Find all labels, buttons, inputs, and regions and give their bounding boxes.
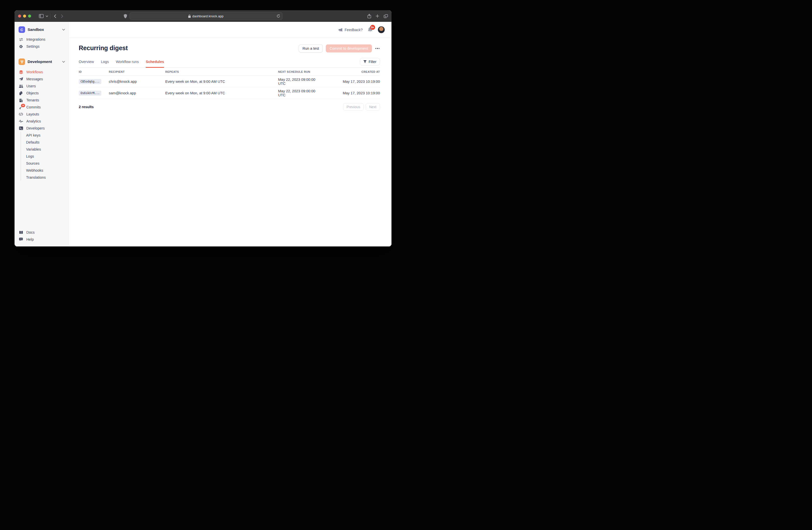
sidebar-item-variables[interactable]: Variables [26,146,65,153]
sidebar-item-integrations[interactable]: Integrations [18,36,65,43]
sidebar-item-settings[interactable]: Settings [18,43,65,50]
share-icon[interactable] [367,14,371,18]
feedback-label: Feedback? [345,28,363,32]
schedule-id-chip[interactable]: CB5odqGg... [79,79,101,84]
sidebar-item-messages[interactable]: Messages [18,75,65,83]
sidebar-item-webhooks[interactable]: Webhooks [26,167,65,174]
table-header-row: ID Recipient Repeats Next schedule run C… [79,68,380,76]
browser-window: dashboard.knock.app [15,10,391,247]
sidebar-item-tenants[interactable]: Tenants [18,97,65,103]
sidebar-item-label: Workflows [26,70,43,74]
previous-page-button[interactable]: Previous [343,103,364,111]
browser-toolbar: dashboard.knock.app [15,10,391,22]
layers-icon [18,70,23,74]
commit-to-development-button[interactable]: Commit to development [326,44,372,53]
sidebar-item-layouts[interactable]: Layouts [18,111,65,118]
sidebar-item-label: Users [26,84,36,88]
sidebar-item-label: Defaults [26,140,39,144]
url-text: dashboard.knock.app [192,14,223,18]
environment-logo [18,58,25,65]
avatar[interactable] [378,26,385,33]
sidebar-item-docs[interactable]: Docs [18,229,65,236]
filter-label: Filter [368,60,376,64]
sidebar-item-translations[interactable]: Translations [26,174,65,181]
sidebar-item-workflows[interactable]: Workflows [18,69,65,75]
notifications-button[interactable]: 9+ [368,27,373,33]
shield-icon[interactable] [124,14,127,18]
tabs-icon[interactable] [384,14,388,18]
table-row[interactable]: CB5odqGg... chris@knock.app Every week o… [79,76,380,87]
tab-workflow-runs[interactable]: Workflow runs [116,60,139,68]
sidebar-item-label: Developers [26,126,45,130]
schedules-table: ID Recipient Repeats Next schedule run C… [79,68,380,99]
sidebar-item-sources[interactable]: Sources [26,160,65,167]
next-page-button[interactable]: Next [366,103,380,111]
more-options-button[interactable] [375,47,380,50]
chat-bubble-icon [18,238,23,241]
environment-switcher[interactable]: Development [18,57,65,66]
feedback-button[interactable]: Feedback? [338,28,363,32]
sidebar-item-label: Sources [26,162,39,165]
table-row[interactable]: Os6skXrM... sam@knock.app Every week on … [79,87,380,99]
sidebar-item-label: Messages [26,77,43,81]
tab-logs[interactable]: Logs [101,60,108,68]
forward-icon[interactable] [58,13,66,19]
column-header-recipient: Recipient [109,70,165,73]
documents-icon [18,91,23,95]
sidebar-item-label: API keys [26,133,40,137]
chevron-down-icon [62,61,65,63]
column-header-created-at: Created at [323,70,380,73]
workspace-name: Sandbox [28,27,60,32]
environment-name: Development [28,59,60,64]
sidebar-item-label: Settings [26,44,39,48]
back-icon[interactable] [52,13,58,19]
tab-overview[interactable]: Overview [79,60,94,68]
pagination: Previous Next [343,103,380,111]
workspace-switcher[interactable]: C Sandbox [18,25,65,34]
app-header: Feedback? 9+ [69,22,391,38]
next-run-cell: May 22, 2023 09:00:00 UTC [278,89,323,97]
commits-count-badge: 10 [21,103,25,108]
sidebar-item-developers[interactable]: Developers [18,125,65,132]
zoom-window-button[interactable] [28,15,31,17]
run-a-test-button[interactable]: Run a test [299,44,323,53]
sidebar-item-defaults[interactable]: Defaults [26,139,65,146]
sidebar-item-logs[interactable]: Logs [26,153,65,160]
column-header-next-schedule-run: Next schedule run [278,70,323,73]
sidebar-item-api-keys[interactable]: API keys [26,132,65,139]
close-window-button[interactable] [18,15,21,17]
megaphone-icon [338,28,343,32]
reload-icon[interactable] [277,14,280,18]
sidebar-item-label: Commits [26,105,41,109]
lock-icon [188,15,191,18]
building-icon [18,98,23,102]
workspace-logo: C [18,26,25,33]
sidebar-item-help[interactable]: Help [18,236,65,243]
filter-button[interactable]: Filter [360,58,380,66]
code-icon [18,113,23,116]
address-bar[interactable]: dashboard.knock.app [129,12,282,20]
sidebar-item-label: Webhooks [26,168,43,172]
minimize-window-button[interactable] [23,15,26,17]
sidebar-item-label: Variables [26,147,41,151]
sidebar-item-label: Analytics [26,119,41,123]
sidebar-item-label: Logs [26,154,34,158]
sidebar-item-objects[interactable]: Objects [18,89,65,97]
schedule-id-chip[interactable]: Os6skXrM... [79,90,101,96]
chevron-down-icon[interactable] [45,13,49,19]
sidebar-item-label: Help [26,237,34,241]
sidebar-toggle-icon[interactable] [38,13,45,19]
desktop-background: dashboard.knock.app [0,0,406,265]
results-count: 2 results [79,105,94,109]
tab-schedules[interactable]: Schedules [146,60,164,68]
sidebar-item-users[interactable]: Users [18,83,65,89]
users-icon [18,85,23,88]
sidebar-item-label: Tenants [26,98,39,102]
sidebar-item-commits[interactable]: 10 Commits [18,103,65,111]
sidebar-item-analytics[interactable]: Analytics [18,118,65,125]
funnel-icon [363,60,367,63]
repeats-cell: Every week on Mon, at 9:00 AM UTC [165,80,278,84]
notification-count-badge: 9+ [370,25,375,30]
plus-icon[interactable] [376,14,379,18]
recipient-cell: sam@knock.app [109,91,165,95]
